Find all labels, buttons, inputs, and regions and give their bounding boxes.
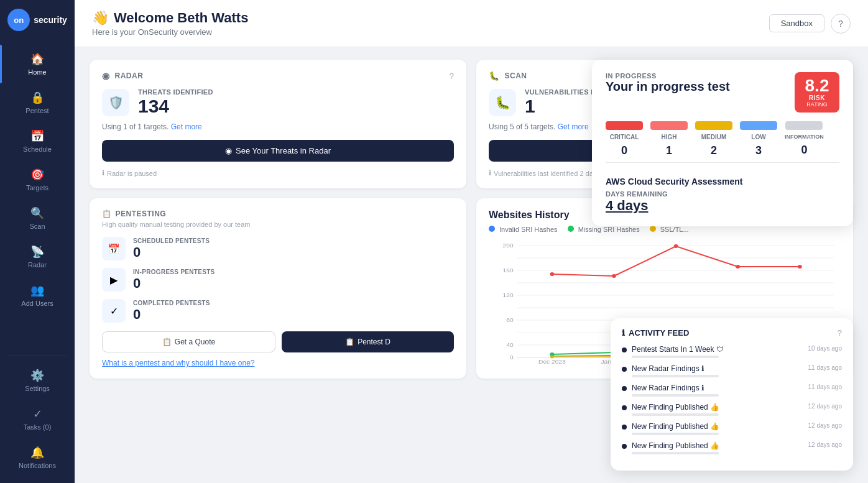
main-content: 👋 Welcome Beth Watts Here is your OnSecu… — [75, 0, 868, 483]
radar-icon: 📡 — [30, 245, 44, 259]
sidebar-label-home: Home — [28, 68, 46, 76]
inprogress-title: Your in progress test — [606, 80, 730, 94]
pentest-completed-label: COMPLETED PENTESTS — [133, 300, 210, 306]
addusers-icon: 👥 — [30, 283, 44, 297]
activity-text-4: New Finding Published 👍 — [632, 422, 798, 431]
activity-dot-2 — [622, 386, 627, 391]
activity-content-3: New Finding Published 👍 — [632, 403, 798, 416]
schedule-icon: 📅 — [30, 129, 44, 143]
activity-time-0: 10 days ago — [808, 345, 843, 352]
activity-item-3: New Finding Published 👍 12 days ago — [622, 403, 842, 416]
get-quote-button[interactable]: 📋 Get a Quote — [102, 331, 275, 352]
radar-help-icon[interactable]: ? — [450, 71, 454, 81]
sidebar-item-home[interactable]: 🏠 Home — [0, 45, 75, 83]
header: 👋 Welcome Beth Watts Here is your OnSecu… — [75, 0, 868, 47]
legend-label-yellow: SSL/TL... — [660, 226, 689, 233]
sidebar: on security 🏠 Home 🔒 Pentest 📅 Schedule … — [0, 0, 75, 483]
pentest-stat-completed-info: COMPLETED PENTESTS 0 — [133, 300, 210, 323]
sidebar-divider — [7, 356, 67, 356]
risk-value: 8.2 — [802, 77, 832, 94]
pentest-stat-scheduled: 📅 SCHEDULED PENTESTS 0 — [102, 237, 454, 260]
svg-text:120: 120 — [503, 292, 514, 298]
radar-sub-link[interactable]: Get more — [171, 122, 202, 131]
risk-sublabel: RATING — [802, 101, 832, 108]
high-label: HIGH — [662, 134, 677, 140]
pentest-completed-value: 0 — [133, 306, 210, 323]
critical-value: 0 — [621, 144, 627, 157]
radar-card-header: ◉ RADAR ? — [102, 71, 454, 81]
get-quote-icon: 📋 — [162, 338, 172, 346]
radar-btn-icon: ◉ — [225, 146, 232, 155]
activity-item-4: New Finding Published 👍 12 days ago — [622, 422, 842, 435]
radar-card-footer: ℹ Radar is paused — [102, 169, 454, 177]
svg-text:0: 0 — [510, 354, 514, 361]
sidebar-item-addusers[interactable]: 👥 Add Users — [0, 276, 75, 315]
sidebar-item-notifications[interactable]: 🔔 Notifications — [0, 438, 75, 477]
scan-metric-icon: 🐛 — [489, 89, 516, 116]
sidebar-item-scan[interactable]: 🔍 Scan — [0, 199, 75, 237]
vuln-bars: CRITICAL 0 HIGH 1 MEDIUM 2 LOW 3 — [606, 121, 839, 157]
pentest-icon: 🔒 — [30, 91, 44, 104]
header-left: 👋 Welcome Beth Watts Here is your OnSecu… — [92, 10, 248, 37]
radar-metric-block: 🛡️ THREATS IDENTIFIED 134 — [102, 88, 454, 116]
activity-bar-4 — [632, 433, 719, 435]
radar-footer-text: Radar is paused — [107, 170, 157, 177]
sidebar-item-tasks[interactable]: ✓ Tasks (0) — [0, 400, 75, 438]
activity-content-1: New Radar Findings ℹ — [632, 364, 798, 377]
medium-bar — [695, 121, 732, 130]
legend-item-ssl: SSL/TL... — [650, 226, 689, 233]
logo-circle: on — [7, 9, 30, 31]
pentest-inprogress-value: 0 — [133, 275, 215, 292]
legend-item-missing-sri: Missing SRI Hashes — [568, 226, 640, 233]
activity-help-icon[interactable]: ? — [838, 328, 842, 338]
activity-item-2: New Radar Findings ℹ 11 days ago — [622, 384, 842, 397]
info-label: INFORMATION — [785, 134, 824, 140]
pentest-title-icon: 📋 — [102, 209, 112, 218]
sidebar-item-pentest[interactable]: 🔒 Pentest — [0, 83, 75, 122]
help-button[interactable]: ? — [831, 14, 851, 34]
svg-point-20 — [798, 265, 802, 269]
medium-label: MEDIUM — [701, 134, 727, 140]
settings-icon: ⚙️ — [30, 369, 44, 382]
tasks-icon: ✓ — [33, 407, 42, 421]
activity-dot-4 — [622, 425, 627, 430]
sandbox-button[interactable]: Sandbox — [769, 14, 824, 32]
scan-sub-link[interactable]: Get more — [558, 122, 589, 131]
inprogress-header: IN PROGRESS Your in progress test 8.2 RI… — [606, 72, 839, 113]
activity-dot-1 — [622, 367, 627, 372]
activity-text-3: New Finding Published 👍 — [632, 403, 798, 412]
chart-legend: Invalid SRI Hashes Missing SRI Hashes SS… — [489, 226, 841, 233]
pentest-inprogress-icon: ▶ — [102, 268, 126, 292]
activity-bar-0 — [632, 356, 719, 358]
vuln-high: HIGH 1 — [650, 121, 688, 157]
legend-dot-yellow — [650, 226, 656, 232]
days-remaining-label: DAYS REMAINING — [606, 190, 839, 198]
pentest-card: 📋 PENTESTING High quality manual testing… — [90, 198, 466, 379]
high-bar — [650, 121, 688, 130]
notifications-icon: 🔔 — [30, 446, 44, 459]
sidebar-item-radar[interactable]: 📡 Radar — [0, 237, 75, 276]
vuln-low: LOW 3 — [740, 121, 777, 157]
activity-text-2: New Radar Findings ℹ — [632, 384, 798, 392]
pentest-stat-inprogress-info: IN-PROGRESS PENTESTS 0 — [133, 269, 215, 292]
sidebar-label-radar: Radar — [28, 261, 47, 269]
pentest-scheduled-icon: 📅 — [102, 237, 126, 260]
scan-card-title: 🐛 SCAN — [489, 71, 527, 81]
vuln-critical: CRITICAL 0 — [606, 121, 643, 157]
radar-see-threats-button[interactable]: ◉ See Your Threats in Radar — [102, 140, 454, 162]
pentest-subtitle: High quality manual testing provided by … — [102, 221, 454, 228]
low-bar — [740, 121, 777, 130]
activity-dot-0 — [622, 347, 627, 352]
greeting-icon: 👋 — [92, 10, 109, 26]
svg-text:160: 160 — [503, 267, 514, 274]
legend-item-invalid-sri: Invalid SRI Hashes — [489, 226, 558, 233]
sidebar-item-schedule[interactable]: 📅 Schedule — [0, 122, 75, 160]
pentest-d-button[interactable]: 📋 Pentest D — [282, 331, 454, 352]
vuln-info: INFORMATION 0 — [785, 121, 824, 157]
sidebar-label-settings: Settings — [25, 385, 50, 392]
sidebar-item-settings[interactable]: ⚙️ Settings — [0, 361, 75, 400]
sidebar-item-targets[interactable]: 🎯 Targets — [0, 160, 75, 199]
pentest-info-link[interactable]: What is a pentest and why should I have … — [102, 359, 454, 367]
activity-content-2: New Radar Findings ℹ — [632, 384, 798, 397]
activity-item-0: Pentest Starts In 1 Week 🛡 10 days ago — [622, 345, 842, 358]
